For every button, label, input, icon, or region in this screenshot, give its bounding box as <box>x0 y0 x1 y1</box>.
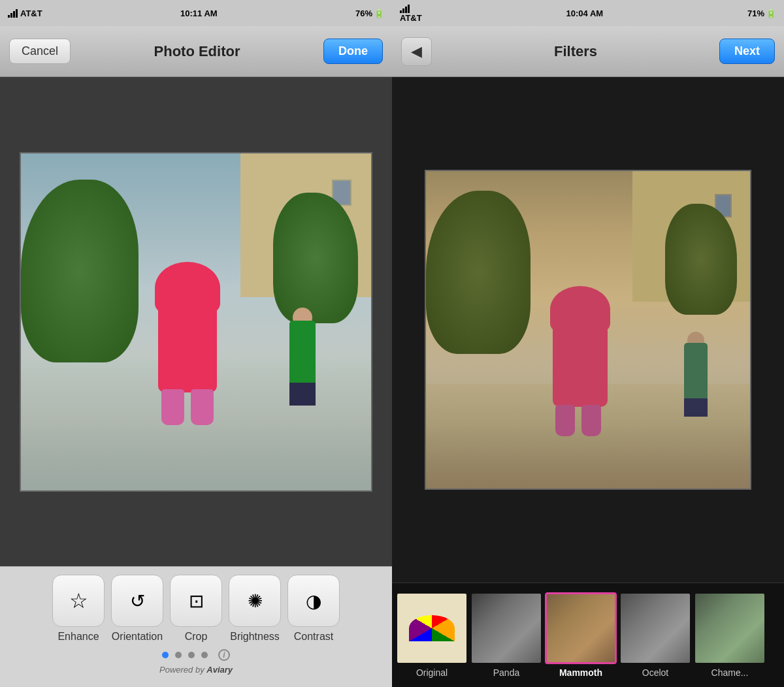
brightness-label: Brightness <box>230 631 280 643</box>
status-bar-right: AT&T 10:04 AM 71% 🔋 <box>392 0 784 26</box>
bush-left-right <box>426 191 531 354</box>
carrier-signal-right: AT&T <box>400 4 422 23</box>
child-boots-r-right <box>581 405 601 436</box>
back-button[interactable]: ◀ <box>401 37 432 66</box>
tool-brightness[interactable]: ✺ Brightness <box>229 575 281 643</box>
panda-art <box>472 594 541 663</box>
brightness-icon: ✺ <box>248 590 263 612</box>
filter-original-label: Original <box>416 667 448 678</box>
photo-image-left <box>21 153 371 490</box>
crop-icon-box: ⊡ <box>170 575 222 627</box>
filter-original[interactable]: Original <box>396 592 468 678</box>
nav-bar-right: ◀ Filters Next <box>392 26 784 77</box>
umbrella-art <box>397 594 466 663</box>
info-icon[interactable]: i <box>218 649 230 661</box>
tool-orientation[interactable]: ↺ Orientation <box>111 575 163 643</box>
filter-ocelot-img <box>619 592 691 664</box>
filter-mammoth[interactable]: Mammoth <box>545 592 617 678</box>
photo-editor-title: Photo Editor <box>154 43 240 60</box>
tool-enhance[interactable]: ☆ Enhance <box>52 575 105 643</box>
crop-label: Crop <box>185 631 208 643</box>
filter-chameleon-label: Chame... <box>711 667 749 678</box>
time-right: 10:04 AM <box>566 8 604 18</box>
umbrella-icon <box>409 615 455 641</box>
enhance-label: Enhance <box>57 631 99 643</box>
carrier-signal-left: AT&T <box>8 8 42 18</box>
photo-image-right <box>426 171 750 488</box>
signal-icon-left <box>8 8 18 18</box>
cancel-button[interactable]: Cancel <box>9 39 71 64</box>
photo-canvas-left[interactable] <box>20 152 372 492</box>
child-coat <box>158 288 217 392</box>
dot-3 <box>188 652 195 658</box>
filter-panda[interactable]: Panda <box>470 592 542 678</box>
filter-panda-label: Panda <box>493 667 519 678</box>
photo-canvas-right[interactable] <box>425 170 751 490</box>
filter-ocelot-label: Ocelot <box>642 667 668 678</box>
toolbar-left: ☆ Enhance ↺ Orientation ⊡ Crop ✺ <box>0 566 392 687</box>
orientation-label: Orientation <box>112 631 163 643</box>
chameleon-art <box>695 594 764 663</box>
adult-figure-right <box>681 332 711 417</box>
enhance-icon-box: ☆ <box>52 575 105 627</box>
filter-ocelot[interactable]: Ocelot <box>619 592 691 678</box>
contrast-label: Contrast <box>294 631 333 643</box>
aviary-brand-label: Aviary <box>206 665 233 675</box>
filter-panda-img <box>470 592 542 664</box>
orientation-icon: ↺ <box>130 590 145 612</box>
adult-figure-left <box>286 308 319 406</box>
adult-body <box>289 321 316 386</box>
left-panel: AT&T 10:11 AM 76% 🔋 Cancel Photo Editor … <box>0 0 392 687</box>
bush-right <box>273 193 358 323</box>
battery-icon-right: 🔋 <box>766 8 776 18</box>
battery-percent-right: 71% <box>747 8 764 18</box>
bush-right-right <box>665 204 737 315</box>
carrier-name-left: AT&T <box>20 8 42 18</box>
filter-chameleon-img <box>694 592 766 664</box>
tool-contrast[interactable]: ◑ Contrast <box>287 575 340 643</box>
adult-legs <box>289 383 316 406</box>
powered-by-label: Powered by <box>159 665 204 675</box>
next-button[interactable]: Next <box>719 39 775 64</box>
child-boots-r-left <box>555 405 575 436</box>
crop-icon: ⊡ <box>189 590 204 612</box>
signal-icon-right <box>400 4 422 13</box>
filters-title: Filters <box>554 43 597 60</box>
dot-1 <box>162 652 169 658</box>
brightness-icon-box: ✺ <box>229 575 281 627</box>
powered-by: Powered by Aviary <box>159 665 233 675</box>
done-button[interactable]: Done <box>323 39 383 64</box>
tools-row: ☆ Enhance ↺ Orientation ⊡ Crop ✺ <box>52 575 340 643</box>
carrier-name-right: AT&T <box>400 13 422 23</box>
adult-legs-r <box>684 398 708 417</box>
photo-area-right <box>392 77 784 583</box>
bush-left <box>21 180 139 362</box>
enhance-icon: ☆ <box>69 588 88 613</box>
child-boots-right <box>191 389 214 425</box>
orientation-icon-box: ↺ <box>111 575 163 627</box>
battery-percent-left: 76% <box>355 8 372 18</box>
filter-original-img <box>396 592 468 664</box>
tool-crop[interactable]: ⊡ Crop <box>170 575 222 643</box>
battery-right: 71% 🔋 <box>747 8 776 18</box>
back-icon: ◀ <box>411 43 422 60</box>
nav-bar-left: Cancel Photo Editor Done <box>0 26 392 77</box>
time-left: 10:11 AM <box>180 8 218 18</box>
adult-body-r <box>684 343 708 400</box>
filter-mammoth-img <box>545 592 617 664</box>
right-panel: AT&T 10:04 AM 71% 🔋 ◀ Filters Next <box>392 0 784 687</box>
mammoth-art <box>547 594 615 662</box>
child-figure-left <box>145 262 230 425</box>
child-coat-r <box>553 312 608 407</box>
contrast-icon: ◑ <box>306 590 321 612</box>
child-figure-right <box>541 286 619 436</box>
child-boots-left <box>161 389 184 425</box>
dot-4 <box>201 652 208 658</box>
filter-chameleon[interactable]: Chame... <box>694 592 766 678</box>
ocelot-art <box>621 594 690 663</box>
battery-left: 76% 🔋 <box>355 8 384 18</box>
photo-area-left <box>0 77 392 566</box>
dot-2 <box>175 652 182 658</box>
filter-mammoth-label: Mammoth <box>559 667 602 678</box>
battery-icon-left: 🔋 <box>374 8 384 18</box>
